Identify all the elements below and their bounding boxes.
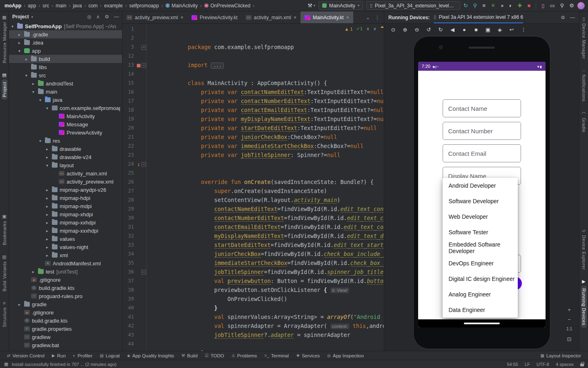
tree-item[interactable]: Message	[9, 120, 122, 128]
tree-item[interactable]: build.gradle.kts	[9, 316, 122, 325]
fold-marker-icon[interactable]	[141, 294, 146, 303]
breadcrumb-item[interactable]: OnPreviewClicked	[203, 2, 252, 9]
tool-button-terminal[interactable]: >_ Terminal	[261, 353, 292, 358]
tree-chevron-icon[interactable]	[46, 106, 52, 110]
fold-marker-icon[interactable]	[141, 61, 146, 70]
tool-window-switcher-icon[interactable]: ▦	[4, 361, 8, 367]
fit-screen-button[interactable]: ⊡	[565, 335, 573, 343]
tree-item[interactable]: main	[9, 88, 122, 96]
code-line[interactable]: 14 private var contactNameEditText:TextI…	[122, 70, 384, 79]
tree-item[interactable]: build.gradle.kts	[9, 284, 122, 292]
tree-chevron-icon[interactable]	[18, 32, 24, 37]
sidebar-item-gradle[interactable]: ◠ Gradle	[581, 111, 586, 132]
tab-close-icon[interactable]: ×	[294, 15, 296, 20]
tool-button-logcat[interactable]: ▤ Logcat	[96, 353, 123, 358]
code-line[interactable]: 17 private var myDisplayNameEditText:Tex…	[122, 96, 384, 105]
tree-item[interactable]: proguard-rules.pro	[9, 292, 122, 300]
fold-marker-icon[interactable]	[141, 240, 146, 249]
user-avatar[interactable]	[577, 2, 585, 9]
rerun-icon[interactable]: ↻	[463, 3, 468, 8]
fold-marker-icon[interactable]	[141, 330, 146, 339]
sidebar-item-structure[interactable]: ≡ Structure	[2, 301, 7, 327]
spinner-dropdown-item[interactable]: Embedded Software Developer	[443, 240, 518, 256]
gutter-marker-icon[interactable]	[136, 123, 141, 132]
code-line[interactable]: 34 jobTitleSpinner=findViewById(R.id.spi…	[122, 249, 384, 258]
fold-marker-icon[interactable]	[141, 79, 146, 88]
more-button[interactable]: ⋮	[519, 25, 528, 34]
tab-close-icon[interactable]: ×	[180, 15, 183, 20]
tree-chevron-icon[interactable]	[46, 204, 52, 209]
tree-chevron-icon[interactable]	[11, 24, 17, 29]
tree-item[interactable]: activity_main.xml	[9, 169, 122, 177]
fold-marker-icon[interactable]	[141, 222, 146, 231]
sidebar-item-device-explorer[interactable]: ▱ Device Explorer	[581, 228, 587, 270]
fold-marker-icon[interactable]	[141, 285, 146, 294]
tree-chevron-icon[interactable]	[46, 220, 52, 225]
locate-file-icon[interactable]: ◎	[87, 14, 91, 20]
code-line[interactable]: 20 private var immediateStartCheckBox:Ch…	[122, 123, 384, 132]
tree-item[interactable]: values	[9, 235, 122, 243]
collapse-all-icon[interactable]: ∧	[96, 14, 100, 20]
status-widget[interactable]: 4 spaces	[556, 362, 574, 367]
tool-button-services[interactable]: ❖ Services	[292, 353, 323, 358]
fold-marker-icon[interactable]	[141, 123, 146, 132]
code-line[interactable]: 41 jobTitleSpinner?.adapter = spinnerAda…	[122, 312, 384, 321]
sidebar-item-build-variants[interactable]: ▥ Build Variants	[2, 254, 7, 292]
editor-tab[interactable]: PreviewActivity.kt ×	[187, 11, 241, 23]
gutter-marker-icon[interactable]	[136, 240, 141, 249]
code-line[interactable]: 16 private var contactEmailEditText:Text…	[122, 88, 384, 96]
gutter-marker-icon[interactable]	[136, 34, 141, 43]
gutter-marker-icon[interactable]	[136, 96, 141, 105]
tree-item[interactable]: MainActivity	[9, 112, 122, 120]
breadcrumb-item[interactable]: selfpromoapp	[128, 2, 160, 9]
gutter-marker-icon[interactable]	[136, 276, 141, 285]
tree-item[interactable]: androidTest	[9, 79, 122, 88]
code-line[interactable]: 28 contactNumberEditText=findViewById(R.…	[122, 195, 384, 204]
zoom-out-button[interactable]: −	[565, 316, 573, 323]
actual-size-button[interactable]: 1:1	[565, 325, 573, 333]
gutter-marker-icon[interactable]	[136, 330, 141, 339]
tree-item[interactable]: gradle	[9, 300, 122, 308]
build-menu-button[interactable]: ⚒ ▾	[307, 2, 315, 9]
tree-item[interactable]: .gitignore	[9, 276, 122, 284]
tree-chevron-icon[interactable]	[46, 155, 52, 159]
tree-item[interactable]: activity_preview.xml	[9, 177, 122, 186]
spinner-dropdown-item[interactable]: DevOps Engineer	[443, 256, 518, 271]
tree-chevron-icon[interactable]	[46, 237, 52, 241]
screen-record-button[interactable]: ◈	[496, 25, 504, 34]
tree-chevron-icon[interactable]	[46, 212, 52, 217]
text-input-field[interactable]: Contact Name	[443, 99, 521, 117]
fold-marker-icon[interactable]	[141, 204, 146, 213]
fold-marker-icon[interactable]	[141, 321, 146, 330]
tree-item[interactable]: app	[9, 47, 122, 55]
tree-item[interactable]: drawable	[9, 145, 122, 153]
tree-item[interactable]: layout	[9, 161, 122, 169]
gutter-marker-icon[interactable]	[136, 249, 141, 258]
run-configuration-select[interactable]: MainActivity ▾	[318, 1, 363, 10]
error-stripe[interactable]	[381, 24, 384, 351]
tree-item[interactable]: PreviewActivity	[9, 128, 122, 137]
tree-chevron-icon[interactable]	[32, 81, 38, 86]
gutter-marker-icon[interactable]	[136, 70, 141, 79]
breadcrumb-item[interactable]: src	[41, 2, 50, 9]
tool-button-layout-inspector[interactable]: ▦ Layout Inspector	[537, 353, 585, 358]
gutter-marker-icon[interactable]	[136, 222, 141, 231]
tree-item[interactable]: java	[9, 96, 122, 104]
inspections-ok-indicator[interactable]: ✓1	[356, 26, 363, 31]
tree-item[interactable]: SelfPromoApp [Self Promo App] ~/An	[9, 22, 122, 30]
status-widget[interactable]: LF	[525, 362, 530, 367]
code-line[interactable]: 29 contactEmailEditText=findViewById(R.i…	[122, 204, 384, 213]
tree-item[interactable]: .gradle	[9, 30, 122, 38]
toolbar-separator[interactable]	[536, 2, 536, 9]
tree-item[interactable]: values-night	[9, 243, 122, 251]
tree-item[interactable]: .gitignore	[9, 308, 122, 316]
status-widget[interactable]: 54:55	[507, 362, 518, 367]
spinner-dropdown-item[interactable]: Software Tester	[443, 224, 518, 240]
debug-icon[interactable]: ✳	[491, 3, 495, 8]
warning-stripe-mark[interactable]	[381, 27, 383, 28]
breadcrumb-item[interactable]: java	[71, 2, 83, 9]
gutter-marker-icon[interactable]	[136, 339, 141, 348]
profiler-icon[interactable]: ◐	[509, 3, 512, 8]
tool-button-run[interactable]: ▶ Run	[48, 353, 69, 358]
tree-item[interactable]: mipmap-xxhdpi	[9, 218, 122, 227]
